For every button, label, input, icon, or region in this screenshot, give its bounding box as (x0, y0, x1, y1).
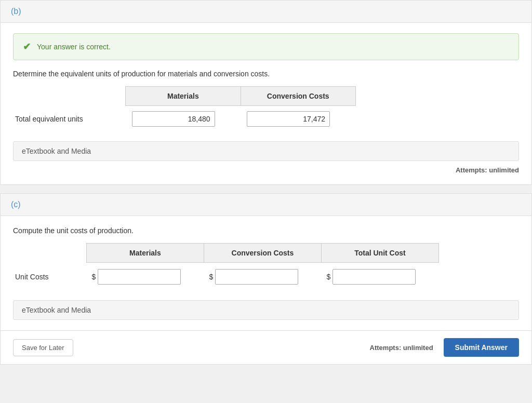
attempts-submit-row: Attempts: unlimited Submit Answer (370, 338, 519, 357)
checkmark-icon: ✔ (23, 41, 31, 52)
total-unit-cost-cell: $ (321, 263, 438, 291)
c-col2-header: Conversion Costs (204, 244, 321, 263)
table-row: Total equivalent units (13, 106, 356, 132)
etextbook-bar-c: eTextbook and Media (13, 300, 519, 320)
attempts-c: Attempts: unlimited (370, 344, 433, 352)
materials-cost-cell: $ (86, 263, 204, 291)
conversion-cost-input[interactable] (215, 269, 298, 285)
section-c-description: Compute the unit costs of production. (13, 226, 519, 235)
success-message: Your answer is correct. (37, 43, 111, 51)
dollar-sign-1: $ (91, 273, 96, 281)
section-b-table: Materials Conversion Costs Total equival… (13, 86, 356, 132)
submit-answer-button[interactable]: Submit Answer (444, 338, 519, 357)
b-empty-header (13, 87, 126, 106)
total-unit-cost-input[interactable] (332, 269, 416, 285)
attempts-b: Attempts: unlimited (13, 166, 519, 174)
section-b-description: Determine the equivalent units of produc… (13, 70, 519, 78)
materials-value-input[interactable] (132, 111, 215, 127)
c-col3-header: Total Unit Cost (321, 244, 438, 263)
row1-col1-cell (126, 106, 241, 132)
section-c-body: Compute the unit costs of production. Ma… (1, 216, 531, 330)
bottom-bar: Save for Later Attempts: unlimited Submi… (1, 330, 531, 364)
save-later-button[interactable]: Save for Later (13, 339, 73, 356)
section-c-table: Materials Conversion Costs Total Unit Co… (13, 243, 439, 291)
row1-col2-cell (241, 106, 355, 132)
materials-cost-input[interactable] (98, 269, 181, 285)
section-b-body: ✔ Your answer is correct. Determine the … (1, 23, 531, 184)
conversion-cost-cell: $ (204, 263, 321, 291)
conversion-value-input[interactable] (247, 111, 330, 127)
b-col2-header: Conversion Costs (241, 87, 355, 106)
success-banner: ✔ Your answer is correct. (13, 33, 519, 60)
section-b-header: (b) (1, 1, 531, 23)
etextbook-bar-b: eTextbook and Media (13, 141, 519, 161)
row1-label: Total equivalent units (13, 106, 126, 132)
section-c: (c) Compute the unit costs of production… (0, 193, 532, 365)
section-b: (b) ✔ Your answer is correct. Determine … (0, 0, 532, 185)
section-c-header: (c) (1, 194, 531, 216)
c-col1-header: Materials (86, 244, 204, 263)
c-empty-header (13, 244, 86, 263)
dollar-sign-2: $ (209, 273, 213, 281)
unit-costs-label: Unit Costs (13, 263, 86, 291)
section-b-label: (b) (11, 7, 21, 16)
etextbook-label-b: eTextbook and Media (22, 147, 91, 155)
dollar-sign-3: $ (326, 273, 330, 281)
b-col1-header: Materials (126, 87, 241, 106)
section-c-label: (c) (11, 200, 21, 209)
etextbook-label-c: eTextbook and Media (22, 306, 91, 314)
unit-costs-row: Unit Costs $ $ (13, 263, 439, 291)
